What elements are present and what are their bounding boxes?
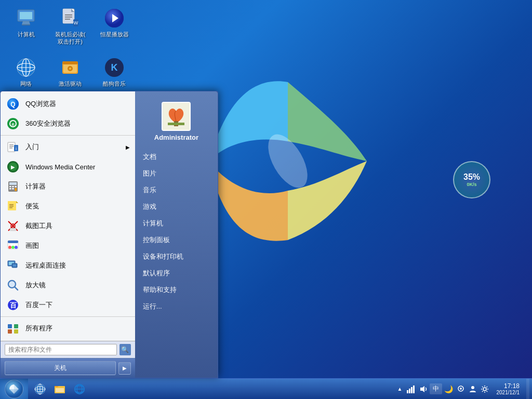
user-avatar [162,102,191,131]
svg-rect-50 [15,188,17,191]
svg-rect-90 [407,390,408,393]
shutdown-button[interactable]: 关机 [5,361,116,375]
svg-rect-74 [14,324,18,328]
snipping-icon [6,219,20,233]
svg-text:W: W [74,20,78,25]
right-menu-music[interactable]: 音乐 [135,182,218,198]
tray-expand-button[interactable]: ▲ [396,386,404,392]
shutdown-arrow-button[interactable]: ▶ [118,362,131,375]
menu-item-360-browser[interactable]: e 360安全浏览器 [1,114,135,134]
paint-label: 画图 [25,241,39,250]
menu-item-qq-browser[interactable]: Q QQ浏览器 [1,94,135,114]
taskbar-icon-explorer[interactable] [50,380,69,398]
menu-item-all-programs[interactable]: 所有程序 [1,318,135,338]
right-menu-pictures[interactable]: 图片 [135,166,218,181]
svg-text:百: 百 [10,301,17,309]
speed-percent: 35% [463,172,480,182]
user-name: Administrator [154,134,198,141]
tray-moon-icon[interactable]: 🌙 [444,384,454,394]
360-browser-label: 360安全浏览器 [25,119,71,128]
show-desktop-button[interactable] [526,379,529,400]
lang-indicator[interactable]: 中 [430,383,442,394]
taskbar-icon-ie[interactable] [70,380,89,398]
taskbar-icon-network[interactable] [31,380,49,398]
qq-browser-label: QQ浏览器 [25,99,56,109]
svg-rect-52 [9,204,14,205]
search-bar: 🔍 [1,341,135,358]
svg-rect-46 [12,186,14,188]
svg-text:K: K [111,62,118,73]
menu-item-calculator[interactable]: 计算器 [1,177,135,196]
right-menu-control-panel[interactable]: 控制面板 [135,232,218,248]
start-orb [5,380,23,398]
calculator-label: 计算器 [25,182,46,191]
svg-rect-60 [8,241,18,243]
wmc-icon: ▶ [6,159,20,174]
all-programs-label: 所有程序 [25,324,52,333]
desktop-icon-computer[interactable]: 计算机 [5,5,47,52]
computer-label: 计算机 [18,31,35,38]
system-clock[interactable]: 17:18 2021/12/1 [493,382,524,395]
right-menu-documents[interactable]: 文档 [135,149,218,165]
network-icon [16,57,36,78]
tray-chat-icon[interactable] [456,384,466,394]
sticky-label: 便笺 [25,202,39,211]
user-profile: Administrator [135,97,218,147]
svg-rect-91 [409,389,410,393]
right-menu-run[interactable]: 运行... [135,299,218,314]
qq-browser-icon: Q [6,97,20,111]
svg-point-70 [9,282,15,287]
svg-rect-37 [9,148,12,149]
hengxing-label: 恒星播放器 [100,31,129,38]
right-menu-items: 文档 图片 音乐 游戏 计算机 控制面板 设备和打印机 默认程序 帮助和支持 运… [135,147,218,317]
svg-rect-86 [56,388,64,392]
right-menu-games[interactable]: 游戏 [135,199,218,215]
right-menu-default-programs[interactable]: 默认程序 [135,265,218,281]
tray-network-icon[interactable] [406,384,416,394]
start-menu-left: Q QQ浏览器 e 360安全浏览器 [1,91,135,378]
desktop-icon-postinstall[interactable]: W 装机后必读(双击打开) [49,5,91,52]
svg-marker-94 [420,386,424,392]
driver-icon [60,57,81,78]
360-browser-icon: e [6,116,20,131]
taskbar-right: ▲ 中 🌙 [396,379,532,400]
magnifier-icon [6,278,20,292]
right-menu-devices[interactable]: 设备和打印机 [135,249,218,264]
tray-user-icon[interactable] [468,384,478,394]
intro-arrow: ▶ [126,144,130,150]
svg-text:i: i [16,146,17,151]
svg-line-69 [15,287,18,290]
right-menu-help[interactable]: 帮助和支持 [135,282,218,298]
svg-rect-48 [9,188,11,190]
tray-volume-icon[interactable] [418,384,428,394]
menu-item-sticky[interactable]: 便笺 [1,196,135,216]
windows-logo [189,62,387,260]
remote-label: 远程桌面连接 [25,261,66,270]
computer-icon [16,8,36,29]
search-button[interactable]: 🔍 [119,344,131,355]
menu-item-baidu[interactable]: 百 百度一下 [1,295,135,315]
menu-item-snipping[interactable]: 截图工具 [1,216,135,236]
svg-rect-53 [9,206,14,207]
menu-item-wmc[interactable]: ▶ Windows Media Center [1,157,135,177]
system-tray: ▲ 中 🌙 [396,383,490,394]
sticky-icon [6,199,20,214]
svg-point-24 [69,68,71,70]
menu-item-remote[interactable]: 远程桌面连接 [1,256,135,275]
svg-rect-49 [12,188,14,190]
menu-item-magnifier[interactable]: 放大镜 [1,275,135,295]
svg-rect-36 [9,146,14,147]
menu-item-paint[interactable]: 画图 [1,236,135,256]
menu-separator-1 [1,135,135,136]
desktop-icon-hengxing[interactable]: 恒星播放器 [94,5,135,52]
svg-text:Q: Q [10,101,15,108]
start-button[interactable] [0,379,28,400]
right-menu-computer[interactable]: 计算机 [135,216,218,231]
menu-item-intro[interactable]: i 入门 ▶ [1,137,135,157]
search-input[interactable] [5,344,117,355]
svg-rect-47 [15,186,17,188]
svg-rect-4 [22,24,30,25]
start-menu: Q QQ浏览器 e 360安全浏览器 [0,91,218,378]
svg-rect-44 [9,182,17,185]
tray-gear-icon[interactable] [480,384,490,394]
